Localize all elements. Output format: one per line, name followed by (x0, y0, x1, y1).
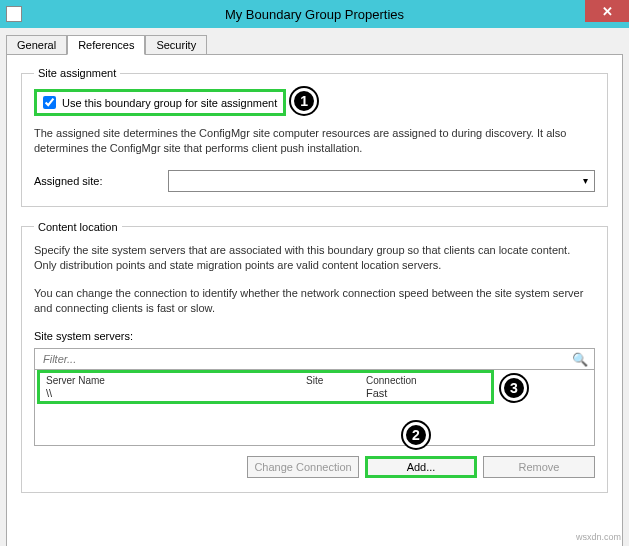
col-connection[interactable]: Connection (366, 375, 446, 386)
search-icon[interactable]: 🔍 (572, 352, 588, 367)
window-icon (6, 6, 22, 22)
content-location-info2: You can change the connection to identif… (34, 286, 595, 316)
step-badge-3: 3 (501, 375, 527, 401)
site-assignment-legend: Site assignment (34, 67, 120, 79)
server-highlight: 3 Server Name Site Connection \\ Fast (37, 370, 494, 404)
use-boundary-checkbox-row: Use this boundary group for site assignm… (34, 89, 286, 116)
server-list: 3 Server Name Site Connection \\ Fast (34, 370, 595, 446)
add-button[interactable]: Add... (365, 456, 477, 478)
row-connection: Fast (366, 387, 446, 399)
site-system-servers-label: Site system servers: (34, 330, 595, 342)
step-badge-2: 2 (403, 422, 429, 448)
step-badge-1: 1 (291, 88, 317, 114)
tab-content: Site assignment Use this boundary group … (6, 54, 623, 546)
button-row: Change Connection 2 Add... Remove (34, 456, 595, 478)
site-assignment-group: Site assignment Use this boundary group … (21, 67, 608, 207)
list-header: Server Name Site Connection (40, 373, 491, 386)
filter-row: 🔍 (34, 348, 595, 370)
close-button[interactable]: ✕ (585, 0, 629, 22)
remove-button[interactable]: Remove (483, 456, 595, 478)
assigned-site-select[interactable]: ▾ (168, 170, 595, 192)
change-connection-button[interactable]: Change Connection (247, 456, 359, 478)
watermark: wsxdn.com (576, 532, 621, 542)
window-title: My Boundary Group Properties (225, 7, 404, 22)
titlebar: My Boundary Group Properties ✕ (0, 0, 629, 28)
content-location-info1: Specify the site system servers that are… (34, 243, 595, 273)
content-location-group: Content location Specify the site system… (21, 221, 608, 493)
filter-input[interactable] (41, 352, 572, 366)
content-location-legend: Content location (34, 221, 122, 233)
table-row[interactable]: \\ Fast (40, 386, 491, 400)
chevron-down-icon: ▾ (583, 175, 588, 186)
assigned-site-row: Assigned site: ▾ (34, 170, 595, 192)
tab-general[interactable]: General (6, 35, 67, 55)
use-boundary-label: Use this boundary group for site assignm… (62, 97, 277, 109)
assigned-site-label: Assigned site: (34, 175, 154, 187)
tabs: General References Security (6, 34, 623, 54)
row-site (306, 387, 366, 399)
col-server-name[interactable]: Server Name (46, 375, 306, 386)
use-boundary-checkbox[interactable] (43, 96, 56, 109)
col-site[interactable]: Site (306, 375, 366, 386)
tab-references[interactable]: References (67, 35, 145, 55)
row-server-name: \\ (46, 387, 306, 399)
tab-security[interactable]: Security (145, 35, 207, 55)
site-assignment-description: The assigned site determines the ConfigM… (34, 126, 595, 156)
